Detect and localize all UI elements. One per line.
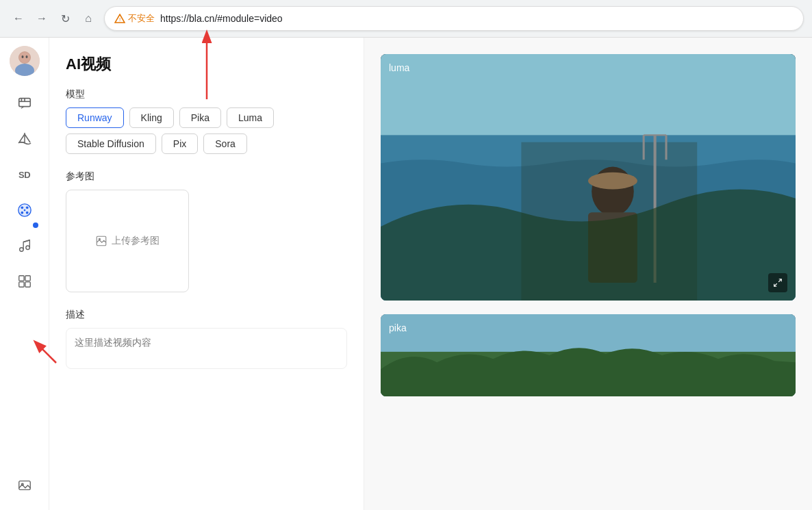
chat-icon <box>17 96 32 111</box>
pika-video-bg <box>381 314 796 396</box>
luma-video-label: luma <box>389 62 409 73</box>
svg-point-15 <box>25 207 28 209</box>
avatar-icon <box>10 46 40 76</box>
nav-buttons: ← → ↻ ⌂ <box>8 8 99 29</box>
app-container: SD <box>0 38 812 510</box>
active-dot <box>33 222 38 228</box>
video-icon <box>17 203 32 218</box>
left-panel: AI视频 模型 Runway Kling Pika Luma Stable Di… <box>49 38 364 510</box>
svg-point-16 <box>21 212 23 214</box>
svg-point-19 <box>19 248 23 252</box>
back-button[interactable]: ← <box>8 8 29 29</box>
svg-point-6 <box>21 55 23 58</box>
svg-point-20 <box>25 246 29 250</box>
sidebar-item-sd[interactable]: SD <box>8 158 41 191</box>
svg-rect-24 <box>18 282 23 287</box>
svg-point-5 <box>19 52 30 63</box>
model-chip-stable-diffusion[interactable]: Stable Diffusion <box>66 133 156 154</box>
model-chip-pika[interactable]: Pika <box>179 107 221 128</box>
pika-video-thumbnail: pika <box>381 314 796 396</box>
model-chip-sora[interactable]: Sora <box>203 133 247 154</box>
ref-image-upload-area[interactable]: 上传参考图 <box>66 190 189 292</box>
describe-section: 描述 <box>66 309 347 372</box>
luma-video-card: luma <box>381 54 796 301</box>
sidebar-item-sail[interactable] <box>8 123 41 155</box>
security-warning: ! 不安全 <box>114 12 155 25</box>
model-chip-kling[interactable]: Kling <box>129 107 174 128</box>
icon-sidebar: SD <box>0 38 49 510</box>
sidebar-item-music[interactable] <box>8 229 41 262</box>
sidebar-item-grid[interactable] <box>8 265 41 298</box>
sidebar-item-video[interactable] <box>8 194 41 227</box>
model-label: 模型 <box>66 88 347 101</box>
svg-point-14 <box>21 207 23 209</box>
describe-label: 描述 <box>66 309 347 321</box>
svg-rect-26 <box>18 481 30 490</box>
luma-video-bg <box>381 54 796 301</box>
image-icon <box>17 478 32 493</box>
right-panel: luma pik <box>364 38 812 510</box>
home-button[interactable]: ⌂ <box>78 8 99 29</box>
sd-label: SD <box>18 170 30 180</box>
svg-rect-23 <box>25 276 29 281</box>
svg-text:!: ! <box>119 16 120 23</box>
music-icon <box>17 238 32 253</box>
address-bar[interactable]: ! 不安全 https://bla.cn/#module=video <box>104 6 804 31</box>
page-title: AI视频 <box>66 54 347 75</box>
svg-rect-22 <box>18 276 23 281</box>
svg-point-18 <box>23 209 25 212</box>
grid-icon <box>17 274 32 289</box>
sail-icon <box>16 131 33 147</box>
url-text: https://bla.cn/#module=video <box>160 13 794 24</box>
pika-video-card: pika <box>381 314 796 396</box>
luma-expand-button[interactable] <box>768 273 787 292</box>
warning-triangle-icon: ! <box>114 14 125 23</box>
expand-icon <box>773 278 783 288</box>
model-chip-pix[interactable]: Pix <box>162 133 198 154</box>
model-chips-container: Runway Kling Pika Luma Stable Diffusion … <box>66 107 347 154</box>
sidebar-item-chat[interactable] <box>8 87 41 120</box>
describe-input[interactable] <box>66 328 347 369</box>
upload-image-icon <box>95 235 107 247</box>
upload-icon-area: 上传参考图 <box>95 235 160 247</box>
svg-point-35 <box>588 173 637 190</box>
svg-point-7 <box>25 55 27 58</box>
reload-button[interactable]: ↻ <box>55 8 75 29</box>
forward-button[interactable]: → <box>31 8 52 29</box>
upload-label: 上传参考图 <box>112 235 160 247</box>
svg-line-21 <box>23 240 29 242</box>
model-chip-luma[interactable]: Luma <box>227 107 274 128</box>
svg-point-29 <box>99 238 100 240</box>
sidebar-item-image[interactable] <box>8 469 41 502</box>
ref-image-label: 参考图 <box>66 170 347 183</box>
model-chip-runway[interactable]: Runway <box>66 107 124 128</box>
luma-video-thumbnail: luma <box>381 54 796 301</box>
avatar[interactable] <box>10 46 40 76</box>
browser-chrome: ← → ↻ ⌂ ! 不安全 https://bla.cn/#module=vid… <box>0 0 812 38</box>
pika-video-label: pika <box>389 322 407 333</box>
svg-point-17 <box>25 212 28 214</box>
security-text: 不安全 <box>128 12 155 25</box>
svg-rect-25 <box>25 282 29 287</box>
